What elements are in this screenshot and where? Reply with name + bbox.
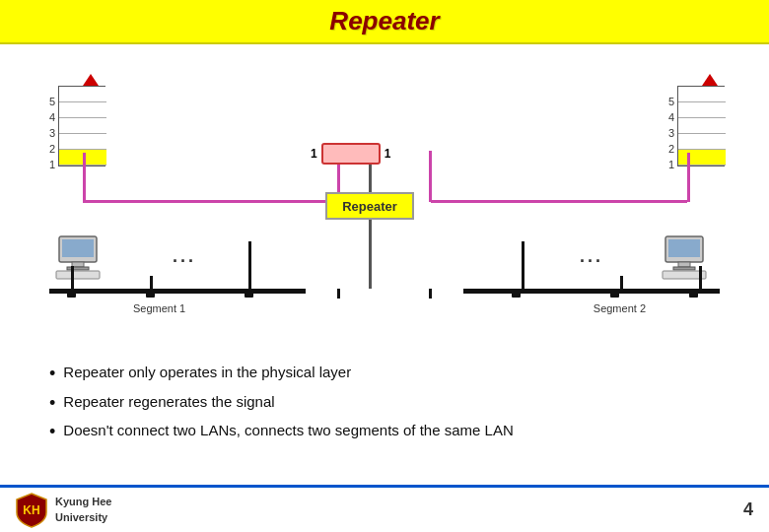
left-stack-numbers: 5 4 3 2 1 [49, 94, 55, 172]
block-4 [59, 102, 106, 118]
right-stack-arrow [702, 74, 718, 86]
bus-drop-l3 [248, 241, 251, 293]
bus-cap-l2 [146, 289, 155, 298]
university-line2: University [55, 511, 107, 523]
footer: KH Kyung Hee University 4 [0, 485, 769, 532]
bus-right [463, 289, 720, 294]
bus-cap-l1 [67, 289, 76, 298]
wire-relay-to-repeater [369, 165, 372, 192]
svg-rect-7 [678, 262, 690, 267]
relay-box [321, 143, 381, 165]
bullet-text-3: Doesn't connect two LANs, connects two s… [63, 422, 513, 438]
bullet-dot-2: • [49, 393, 55, 415]
svg-rect-4 [56, 271, 100, 279]
bus-drop-r2 [620, 276, 623, 294]
university-name: Kyung Hee University [55, 495, 111, 525]
segment2-label: Segment 2 [594, 302, 646, 314]
repeater-box: Repeater [325, 192, 414, 220]
bus-drop-r3 [522, 241, 524, 293]
r-block-3 [678, 118, 726, 134]
svg-rect-1 [62, 239, 94, 257]
relay-right-label: 1 [384, 147, 391, 161]
r-block-1 [678, 150, 726, 166]
relay-symbol: 1 1 [311, 143, 390, 165]
bus-cap-r3 [512, 289, 521, 298]
bullet-dot-3: • [49, 422, 55, 443]
diagram-area: 5 4 3 2 1 5 4 [0, 44, 769, 350]
svg-rect-8 [673, 267, 695, 270]
wire-left-horiz [83, 200, 339, 203]
bus-center-drop-r [429, 289, 432, 299]
page-number: 4 [743, 499, 753, 520]
block-5 [59, 87, 106, 102]
r-block-2 [678, 134, 726, 150]
university-line1: Kyung Hee [55, 496, 111, 507]
bus-cap-r2 [610, 289, 619, 298]
relay-left-label: 1 [311, 147, 317, 161]
bullet-1: • Repeater only operates in the physical… [49, 364, 730, 385]
right-computer [661, 234, 720, 288]
bullet-2: • Repeater regenerates the signal [49, 393, 730, 415]
bus-drop-r1 [699, 266, 702, 294]
bullet-dot-1: • [49, 364, 55, 385]
r-block-5 [678, 87, 726, 102]
bullet-3: • Doesn't connect two LANs, connects two… [49, 422, 730, 443]
bullet-text-1: Repeater only operates in the physical l… [63, 364, 351, 380]
bus-left [49, 289, 306, 294]
title-bar: Repeater [0, 0, 769, 44]
left-stack: 5 4 3 2 1 [49, 74, 105, 172]
bullet-text-2: Repeater regenerates the signal [63, 393, 274, 410]
block-3 [59, 118, 106, 134]
bus-center-drop-l [337, 289, 340, 299]
r-block-4 [678, 102, 726, 118]
dots-right: ... [580, 246, 603, 267]
dots-left: ... [173, 246, 196, 267]
wire-right-horiz [431, 200, 687, 203]
slide-title: Repeater [0, 6, 769, 36]
bus-to-repeater-left [369, 220, 372, 289]
wire-center-right-up [429, 151, 432, 202]
right-stack-blocks [677, 86, 725, 166]
footer-logo: KH Kyung Hee University [16, 493, 111, 528]
left-computer [54, 234, 113, 288]
repeater-label: Repeater [342, 199, 397, 214]
university-crest-icon: KH [16, 493, 47, 528]
right-stack-numbers: 5 4 3 2 1 [668, 94, 674, 172]
bullets-section: • Repeater only operates in the physical… [0, 350, 769, 443]
wire-left-down [83, 153, 86, 202]
block-2 [59, 134, 106, 150]
segment1-label: Segment 1 [133, 302, 185, 314]
bus-cap-l3 [245, 289, 253, 298]
left-stack-arrow [83, 74, 99, 86]
right-stack: 5 4 3 2 1 [668, 74, 725, 172]
bus-cap-r1 [689, 289, 698, 298]
right-stack-visual [677, 74, 725, 166]
wire-right-down [687, 153, 690, 202]
svg-text:KH: KH [23, 503, 39, 517]
svg-rect-6 [668, 239, 700, 257]
